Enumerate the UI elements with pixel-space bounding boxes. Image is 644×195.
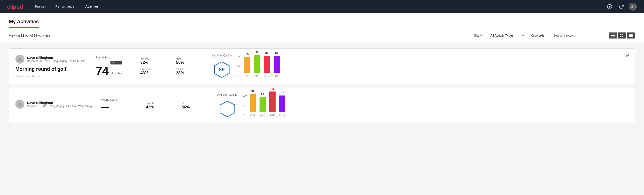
bar-group-putt: 87 PUTT (279, 92, 286, 116)
svg-rect-5 (611, 35, 615, 36)
nav-item-performance[interactable]: Performance ▾ (54, 0, 78, 14)
round-score-section: Round Score — (101, 98, 137, 113)
add-button[interactable] (606, 3, 614, 11)
score-number: — (101, 103, 109, 113)
bar-value-putt: 87 (281, 92, 284, 94)
user-date: December 05, 2021 · Gog Magog Golf Club … (27, 60, 85, 63)
page-header: My Activities (0, 14, 644, 28)
bar-group-putt: 89 PUTT (274, 52, 280, 77)
list-wide-view-button[interactable] (626, 32, 635, 38)
bar-chart-area: 100 50 0 85 OTT 90 (237, 55, 282, 78)
page-title: My Activities (9, 14, 39, 28)
svg-rect-9 (620, 36, 622, 37)
bar-label-app: APP (260, 114, 265, 116)
gir-value: 56% (182, 105, 208, 110)
score-row: — (101, 103, 137, 113)
bar-group-ott: 85 OTT (244, 53, 250, 77)
teams-chevron-icon: ▾ (45, 5, 46, 8)
activities-label: Activities (86, 4, 99, 8)
performance-chevron-icon: ▾ (76, 5, 76, 8)
svg-point-16 (19, 103, 20, 104)
quality-section: Avg Shot Quality 89 100 50 0 (212, 54, 628, 78)
activity-title: Morning round of golf (16, 66, 87, 72)
bar-label-arg: ARG (270, 114, 275, 116)
viewing-count: 12 (21, 34, 24, 37)
teams-label: Teams (34, 4, 44, 8)
performance-label: Performance (55, 4, 74, 8)
bar-label-ott: OTT (250, 114, 255, 116)
bar-label-app: APP (254, 74, 260, 77)
bar-group-app: 90 APP (254, 51, 260, 77)
chart-y-labels: 100 50 0 (242, 94, 246, 117)
keywords-label: Keywords: (531, 34, 545, 37)
stat-one-putt: 1 Putt 28% (176, 68, 203, 76)
svg-rect-7 (620, 34, 622, 35)
bar-putt (279, 96, 286, 112)
avg-shot-quality-label: Avg Shot Quality (212, 54, 232, 57)
round-score-label: Round Score (96, 56, 132, 59)
svg-rect-10 (622, 36, 623, 37)
bar-arg (269, 92, 276, 112)
fw-hit-label: FW Hit (140, 57, 167, 60)
score-holes: 18 Holes (110, 72, 122, 75)
gir-label: GIR (176, 57, 203, 60)
fw-hit-label: FW Hit (146, 102, 173, 105)
search-input[interactable] (550, 32, 604, 39)
viewing-text: Viewing 12 out of 29 Activities (9, 34, 50, 37)
round-score-section: Round Score 74 +4 18 Holes (96, 56, 132, 77)
navbar: clippd Teams ▾ Performance ▾ Activities (0, 0, 644, 14)
view-toggle (609, 32, 635, 38)
user-avatar[interactable]: ▾ (629, 3, 637, 11)
svg-rect-13 (629, 36, 632, 37)
bar-value-putt: 89 (275, 52, 278, 55)
nav-item-activities[interactable]: Activities (84, 0, 100, 14)
stats-section-2: GIR 50% 1 Putt 28% (176, 57, 203, 76)
bar-value-arg: 89 (265, 52, 268, 55)
stat-fw-hit: FW Hit 62% (140, 57, 167, 65)
score-badge: +4 (110, 61, 122, 64)
bar-label-putt: PUTT (279, 114, 286, 116)
hexagon-container: Avg Shot Quality (217, 93, 237, 118)
hexagon (218, 100, 236, 118)
stats-section-2: GIR 56% (182, 102, 208, 110)
bar-group-ott: 94 OTT (250, 90, 256, 116)
avatar (16, 100, 24, 109)
nav-item-teams[interactable]: Teams ▾ (34, 0, 47, 14)
bar-arg (264, 56, 270, 73)
list-compact-view-button[interactable] (609, 32, 617, 38)
gir-value: 50% (176, 60, 203, 65)
logo[interactable]: clippd (7, 3, 23, 10)
user-date: October 16, 2021 · Gog Magog Golf Club -… (27, 105, 92, 108)
bar-value-app: 82 (261, 93, 264, 96)
bar-group-arg: 89 ARG (264, 52, 270, 77)
card-user: Dave Billingham December 05, 2021 · Gog … (16, 55, 87, 64)
viewing-suffix: Activities (38, 34, 50, 37)
hexagon-container: Avg Shot Quality 89 (212, 54, 232, 78)
gir-label: GIR (182, 102, 208, 105)
filters-bar: Viewing 12 out of 29 Activities Show: Al… (0, 28, 644, 43)
activity-card: Dave Billingham October 16, 2021 · Gog M… (9, 88, 635, 124)
stats-section: FW Hit 43% (146, 102, 173, 110)
activity-card: Dave Billingham December 05, 2021 · Gog … (9, 48, 635, 84)
quality-section: Avg Shot Quality 100 50 0 (217, 93, 628, 118)
refresh-button[interactable] (617, 3, 625, 11)
up-down-label: Up/Down (140, 68, 167, 71)
svg-rect-4 (611, 34, 615, 34)
activities-list: Dave Billingham December 05, 2021 · Gog … (0, 43, 644, 129)
avatar (16, 55, 24, 64)
score-number: 74 (96, 65, 109, 77)
svg-marker-17 (220, 101, 235, 117)
bar-app (254, 55, 260, 73)
grid-view-button[interactable] (618, 32, 626, 38)
edit-button[interactable] (624, 52, 631, 59)
up-down-value: 43% (140, 71, 167, 76)
fw-hit-value: 62% (140, 60, 167, 65)
shot-quality-value: 89 (219, 66, 225, 73)
user-name: Dave Billingham (27, 101, 92, 105)
show-label: Show: (474, 34, 483, 37)
bar-value-arg: 106 (270, 88, 275, 90)
one-putt-value: 28% (176, 71, 203, 76)
user-name: Dave Billingham (27, 56, 85, 60)
card-user: Dave Billingham October 16, 2021 · Gog M… (16, 100, 92, 109)
activity-type-select[interactable]: All Activity Types (487, 32, 527, 39)
